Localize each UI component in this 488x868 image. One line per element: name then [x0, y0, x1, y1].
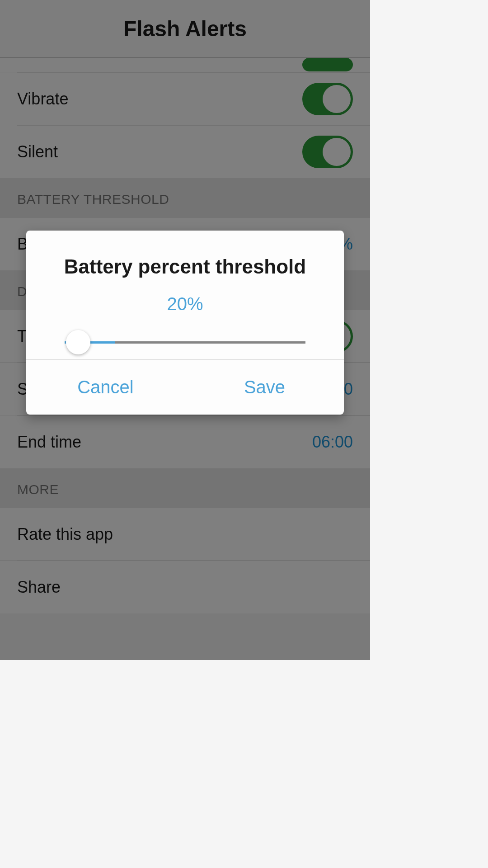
dialog-percent-value: 20% [26, 292, 344, 328]
dialog-actions: Cancel Save [26, 359, 344, 415]
cancel-button[interactable]: Cancel [26, 360, 185, 415]
slider-thumb[interactable] [66, 330, 90, 354]
dialog-title: Battery percent threshold [26, 231, 344, 292]
save-button[interactable]: Save [185, 360, 344, 415]
threshold-slider[interactable] [26, 328, 344, 359]
battery-threshold-dialog: Battery percent threshold 20% Cancel Sav… [26, 231, 344, 415]
